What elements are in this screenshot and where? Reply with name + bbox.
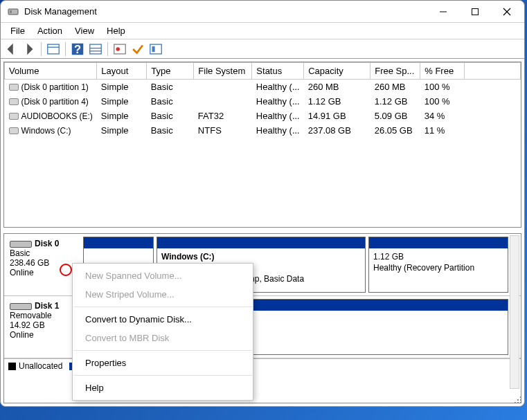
disk-size: 238.46 GB bbox=[10, 258, 75, 268]
column-header[interactable]: File System bbox=[194, 63, 252, 80]
volume-icon bbox=[9, 84, 19, 91]
context-menu-item[interactable]: Help bbox=[73, 378, 253, 397]
column-header[interactable]: Layout bbox=[97, 63, 147, 80]
disk-label: Disk 0 bbox=[35, 239, 59, 248]
menubar: File Action View Help bbox=[1, 23, 524, 39]
disk-header[interactable]: Disk 1Removable14.92 GBOnline bbox=[4, 296, 80, 358]
volume-icon bbox=[9, 113, 19, 120]
context-menu-item: Convert to MBR Disk bbox=[73, 329, 253, 347]
column-header[interactable]: Status bbox=[252, 63, 304, 80]
view-button[interactable] bbox=[46, 42, 61, 57]
vertical-scrollbar[interactable] bbox=[510, 235, 519, 389]
context-menu-item[interactable]: Properties bbox=[73, 354, 253, 372]
svg-rect-22 bbox=[520, 402, 521, 403]
separator bbox=[41, 42, 42, 56]
column-header[interactable]: Capacity bbox=[304, 63, 370, 80]
menu-view[interactable]: View bbox=[69, 24, 100, 37]
volume-row[interactable]: AUDIOBOOKS (E:)SimpleBasicFAT32Healthy (… bbox=[5, 109, 521, 123]
settings-button[interactable] bbox=[148, 42, 163, 57]
context-menu-item[interactable]: Convert to Dynamic Disk... bbox=[73, 310, 253, 329]
app-icon bbox=[8, 6, 19, 17]
svg-rect-10 bbox=[90, 44, 102, 54]
disk-state: Online bbox=[10, 268, 75, 277]
window-title: Disk Management bbox=[24, 6, 427, 17]
volume-list[interactable]: VolumeLayoutTypeFile SystemStatusCapacit… bbox=[3, 62, 521, 228]
volume-icon bbox=[9, 98, 19, 105]
column-header[interactable]: Type bbox=[147, 63, 194, 80]
disk-icon bbox=[10, 241, 32, 248]
partition[interactable]: 1.12 GBHealthy (Recovery Partition bbox=[368, 237, 508, 293]
svg-rect-3 bbox=[472, 8, 479, 15]
svg-text:?: ? bbox=[74, 42, 81, 55]
svg-rect-16 bbox=[152, 46, 155, 51]
svg-point-14 bbox=[116, 47, 120, 51]
disk-header[interactable]: Disk 0Basic238.46 GBOnline bbox=[4, 234, 80, 295]
svg-rect-19 bbox=[520, 399, 521, 401]
legend-unallocated: Unallocated bbox=[8, 361, 62, 371]
separator bbox=[107, 42, 108, 56]
svg-rect-15 bbox=[150, 44, 162, 54]
svg-rect-18 bbox=[517, 399, 519, 401]
disk-label: Disk 1 bbox=[35, 301, 59, 311]
disk-size: 14.92 GB bbox=[10, 320, 75, 330]
forward-button[interactable] bbox=[21, 42, 37, 57]
menu-action[interactable]: Action bbox=[32, 24, 68, 37]
column-header[interactable]: Free Sp... bbox=[370, 63, 420, 80]
svg-rect-21 bbox=[517, 402, 519, 403]
minimize-button[interactable] bbox=[427, 1, 459, 22]
disk-icon bbox=[10, 303, 32, 310]
resize-grip[interactable] bbox=[512, 394, 523, 405]
close-button[interactable] bbox=[491, 1, 523, 22]
menu-help[interactable]: Help bbox=[101, 24, 131, 37]
maximize-button[interactable] bbox=[459, 1, 491, 22]
disk-state: Online bbox=[10, 330, 75, 340]
refresh-button[interactable] bbox=[112, 42, 127, 57]
disk-type: Basic bbox=[10, 248, 75, 258]
menu-file[interactable]: File bbox=[5, 24, 30, 37]
svg-rect-6 bbox=[48, 44, 60, 54]
help-button[interactable]: ? bbox=[70, 42, 85, 57]
volume-row[interactable]: (Disk 0 partition 1)SimpleBasicHealthy (… bbox=[5, 80, 521, 95]
svg-rect-1 bbox=[10, 10, 12, 13]
context-menu-item: New Spanned Volume... bbox=[73, 266, 253, 285]
disk-type: Removable bbox=[10, 311, 75, 320]
window-controls bbox=[427, 1, 523, 22]
volume-row[interactable]: Windows (C:)SimpleBasicNTFSHealthy (...2… bbox=[5, 123, 521, 138]
svg-rect-20 bbox=[515, 402, 516, 403]
back-button[interactable] bbox=[3, 42, 19, 57]
separator bbox=[65, 42, 66, 56]
check-button[interactable] bbox=[130, 42, 145, 57]
column-header[interactable]: % Free bbox=[420, 63, 465, 80]
volume-row[interactable]: (Disk 0 partition 4)SimpleBasicHealthy (… bbox=[5, 94, 521, 109]
titlebar[interactable]: Disk Management bbox=[1, 1, 524, 23]
context-menu-item: New Striped Volume... bbox=[73, 285, 253, 304]
toolbar: ? bbox=[1, 39, 524, 59]
volume-icon bbox=[9, 127, 19, 134]
list-button[interactable] bbox=[88, 42, 103, 57]
column-header[interactable]: Volume bbox=[5, 63, 97, 80]
svg-rect-17 bbox=[520, 396, 521, 398]
disk-context-menu: New Spanned Volume...New Striped Volume.… bbox=[72, 263, 253, 401]
